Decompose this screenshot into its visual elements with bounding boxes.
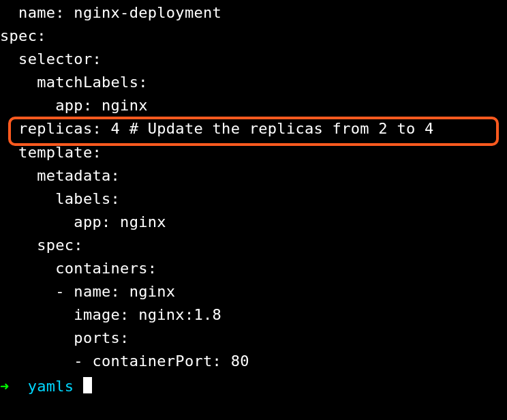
yaml-line: - containerPort: 80 bbox=[0, 350, 507, 373]
yaml-line: metadata: bbox=[0, 164, 507, 188]
yaml-line: - name: nginx bbox=[0, 280, 507, 303]
yaml-line: app: nginx bbox=[0, 211, 507, 234]
yaml-line-highlighted: replicas: 4 # Update the replicas from 2… bbox=[0, 117, 507, 140]
yaml-line: matchLabels: bbox=[0, 71, 507, 94]
prompt-arrow-icon: ➜ bbox=[0, 378, 10, 395]
prompt-directory: yamls bbox=[28, 378, 74, 395]
yaml-line: template: bbox=[0, 141, 507, 164]
yaml-line: spec: bbox=[0, 234, 507, 257]
yaml-line: name: nginx-deployment bbox=[0, 1, 507, 25]
yaml-line: app: nginx bbox=[0, 94, 507, 117]
yaml-line: containers: bbox=[0, 257, 507, 280]
yaml-line: selector: bbox=[0, 48, 507, 71]
yaml-line: spec: bbox=[0, 25, 507, 48]
yaml-line: ports: bbox=[0, 327, 507, 350]
yaml-line: labels: bbox=[0, 188, 507, 211]
yaml-line: image: nginx:1.8 bbox=[0, 303, 507, 327]
shell-prompt[interactable]: ➜ yamls bbox=[0, 375, 507, 398]
cursor-icon bbox=[83, 377, 92, 393]
terminal-output: name: nginx-deployment spec: selector: m… bbox=[0, 1, 507, 398]
